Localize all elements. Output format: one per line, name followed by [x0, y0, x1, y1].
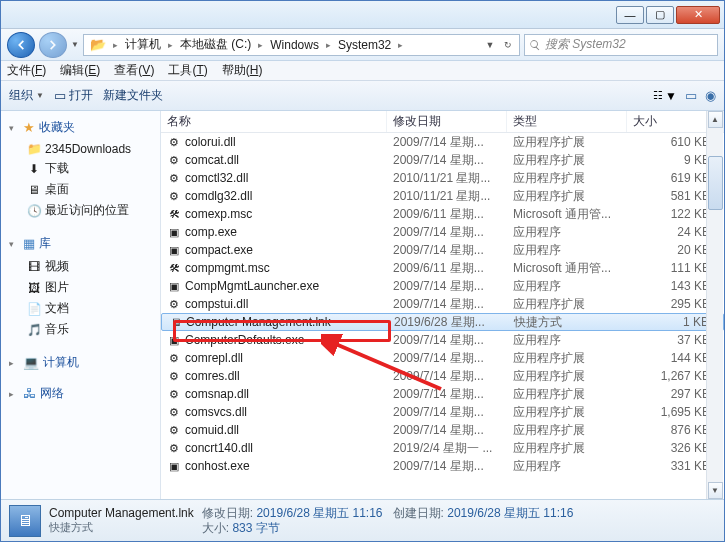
help-button[interactable]: ◉ [705, 88, 716, 103]
scroll-up-button[interactable]: ▲ [708, 111, 723, 128]
file-type: 应用程序扩展 [507, 368, 627, 385]
file-row[interactable]: 🛠compmgmt.msc2009/6/11 星期...Microsoft 通用… [161, 259, 724, 277]
close-button[interactable]: ✕ [676, 6, 720, 24]
file-name: comctl32.dll [185, 171, 248, 185]
file-row[interactable]: ⚙comctl32.dll2010/11/21 星期...应用程序扩展619 K… [161, 169, 724, 187]
file-type: 应用程序扩展 [507, 296, 627, 313]
file-name: CompMgmtLauncher.exe [185, 279, 319, 293]
refresh-button[interactable]: ↻ [499, 40, 517, 50]
sidebar-item-2345downloads[interactable]: 📁2345Downloads [1, 140, 160, 158]
file-type: Microsoft 通用管... [507, 206, 627, 223]
menu-tools[interactable]: 工具(T) [168, 62, 207, 79]
history-dropdown-icon[interactable]: ▼ [71, 40, 79, 49]
file-name: colorui.dll [185, 135, 236, 149]
sidebar-item-recent[interactable]: 🕓最近访问的位置 [1, 200, 160, 221]
organize-button[interactable]: 组织 ▼ [9, 87, 44, 104]
file-row[interactable]: ▣compact.exe2009/7/14 星期...应用程序20 KB [161, 241, 724, 259]
file-row[interactable]: ⚙colorui.dll2009/7/14 星期...应用程序扩展610 KB [161, 133, 724, 151]
file-rows: ⚙colorui.dll2009/7/14 星期...应用程序扩展610 KB⚙… [161, 133, 724, 499]
list-icon: ☷ [653, 89, 663, 102]
file-type: Microsoft 通用管... [507, 260, 627, 277]
chevron-down-icon: ▾ [9, 239, 19, 249]
file-row[interactable]: ▣conhost.exe2009/7/14 星期...应用程序331 KB [161, 457, 724, 475]
scroll-down-button[interactable]: ▼ [708, 482, 723, 499]
status-bar: 🖥 Computer Management.lnk 快捷方式 修改日期: 201… [1, 499, 724, 541]
chevron-right-icon: ▸ [395, 40, 406, 50]
search-input[interactable]: 搜索 System32 [524, 34, 718, 56]
minimize-button[interactable]: — [616, 6, 644, 24]
file-date: 2009/7/14 星期... [387, 224, 507, 241]
chevron-right-icon: ▸ [9, 389, 19, 399]
menu-help[interactable]: 帮助(H) [222, 62, 263, 79]
file-type: 应用程序扩展 [507, 404, 627, 421]
sidebar-item-music[interactable]: 🎵音乐 [1, 319, 160, 340]
sidebar-item-downloads[interactable]: ⬇下载 [1, 158, 160, 179]
file-icon: ⚙ [167, 423, 181, 437]
status-create-label: 创建日期: [393, 506, 444, 520]
breadcrumb-computer[interactable]: 计算机 [121, 36, 165, 53]
scroll-thumb[interactable] [708, 156, 723, 210]
file-row[interactable]: 🖥Computer Management.lnk2019/6/28 星期...快… [161, 313, 724, 331]
file-row[interactable]: ▣ComputerDefaults.exe2009/7/14 星期...应用程序… [161, 331, 724, 349]
breadcrumb-dropdown-button[interactable]: ▼ [481, 40, 499, 50]
file-row[interactable]: ⚙compstui.dll2009/7/14 星期...应用程序扩展295 KB [161, 295, 724, 313]
file-date: 2009/6/11 星期... [387, 260, 507, 277]
sidebar-item-videos[interactable]: 🎞视频 [1, 256, 160, 277]
preview-pane-button[interactable]: ▭ [685, 88, 697, 103]
file-row[interactable]: 🛠comexp.msc2009/6/11 星期...Microsoft 通用管.… [161, 205, 724, 223]
chevron-right-icon: ▸ [165, 40, 176, 50]
forward-button[interactable] [39, 32, 67, 58]
menu-file[interactable]: 文件(F) [7, 62, 46, 79]
back-button[interactable] [7, 32, 35, 58]
network-icon: 🖧 [23, 386, 36, 401]
file-type: 应用程序 [507, 458, 627, 475]
open-button[interactable]: ▭ 打开 [54, 87, 93, 104]
file-icon: ⚙ [167, 441, 181, 455]
breadcrumb-drive[interactable]: 本地磁盘 (C:) [176, 36, 255, 53]
breadcrumb-system32[interactable]: System32 [334, 38, 395, 52]
file-icon: ▣ [167, 459, 181, 473]
file-icon: ⚙ [167, 405, 181, 419]
file-row[interactable]: ⚙comsvcs.dll2009/7/14 星期...应用程序扩展1,695 K… [161, 403, 724, 421]
sidebar-item-documents[interactable]: 📄文档 [1, 298, 160, 319]
breadcrumb-windows[interactable]: Windows [266, 38, 323, 52]
file-row[interactable]: ⚙comrepl.dll2009/7/14 星期...应用程序扩展144 KB [161, 349, 724, 367]
file-row[interactable]: ⚙comres.dll2009/7/14 星期...应用程序扩展1,267 KB [161, 367, 724, 385]
file-type: 应用程序扩展 [507, 188, 627, 205]
file-row[interactable]: ⚙concrt140.dll2019/2/4 星期一 ...应用程序扩展326 … [161, 439, 724, 457]
view-options-button[interactable]: ☷▼ [653, 89, 677, 103]
vertical-scrollbar[interactable]: ▲ ▼ [706, 111, 723, 499]
sidebar-libraries[interactable]: ▾▦库 [9, 235, 160, 252]
column-header-date[interactable]: 修改日期 [387, 111, 507, 132]
menu-edit[interactable]: 编辑(E) [60, 62, 100, 79]
sidebar-item-desktop[interactable]: 🖥桌面 [1, 179, 160, 200]
sidebar-favorites[interactable]: ▾★收藏夹 [9, 119, 160, 136]
picture-icon: 🖼 [27, 281, 41, 295]
sidebar-computer[interactable]: ▸💻计算机 [9, 354, 160, 371]
status-properties: 修改日期: 2019/6/28 星期五 11:16 创建日期: 2019/6/2… [202, 506, 574, 536]
file-icon: ⚙ [167, 351, 181, 365]
file-icon: ⚙ [167, 135, 181, 149]
maximize-button[interactable]: ▢ [646, 6, 674, 24]
sidebar-network[interactable]: ▸🖧网络 [9, 385, 160, 402]
file-icon: ⚙ [167, 297, 181, 311]
status-size-label: 大小: [202, 521, 229, 535]
file-row[interactable]: ▣CompMgmtLauncher.exe2009/7/14 星期...应用程序… [161, 277, 724, 295]
file-row[interactable]: ⚙comcat.dll2009/7/14 星期...应用程序扩展9 KB [161, 151, 724, 169]
file-row[interactable]: ⚙comdlg32.dll2010/11/21 星期...应用程序扩展581 K… [161, 187, 724, 205]
music-icon: 🎵 [27, 323, 41, 337]
file-row[interactable]: ⚙comsnap.dll2009/7/14 星期...应用程序扩展297 KB [161, 385, 724, 403]
folder-icon: 📂 [86, 37, 110, 52]
file-type: 应用程序 [507, 224, 627, 241]
file-date: 2009/7/14 星期... [387, 242, 507, 259]
sidebar-item-pictures[interactable]: 🖼图片 [1, 277, 160, 298]
file-type: 应用程序 [507, 332, 627, 349]
menu-view[interactable]: 查看(V) [114, 62, 154, 79]
new-folder-button[interactable]: 新建文件夹 [103, 87, 163, 104]
file-row[interactable]: ⚙comuid.dll2009/7/14 星期...应用程序扩展876 KB [161, 421, 724, 439]
breadcrumb[interactable]: 📂 ▸ 计算机 ▸ 本地磁盘 (C:) ▸ Windows ▸ System32… [83, 34, 520, 56]
column-header-type[interactable]: 类型 [507, 111, 627, 132]
column-header-name[interactable]: 名称 [161, 111, 387, 132]
file-row[interactable]: ▣comp.exe2009/7/14 星期...应用程序24 KB [161, 223, 724, 241]
file-type: 快捷方式 [508, 314, 628, 331]
